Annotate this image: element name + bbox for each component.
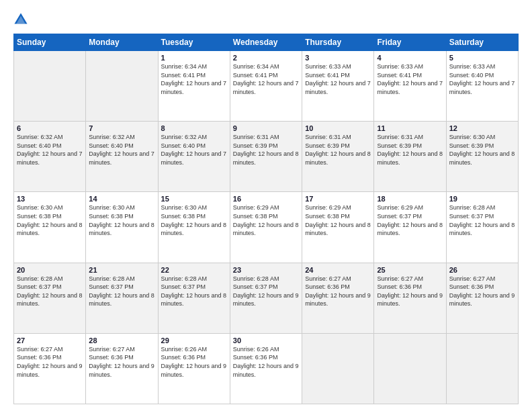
day-info: Sunrise: 6:33 AM Sunset: 6:40 PM Dayligh…	[449, 62, 515, 96]
day-number: 27	[17, 336, 83, 345]
header	[13, 12, 519, 27]
day-info: Sunrise: 6:32 AM Sunset: 6:40 PM Dayligh…	[17, 133, 83, 167]
calendar-day-cell: 13Sunrise: 6:30 AM Sunset: 6:38 PM Dayli…	[14, 192, 86, 263]
calendar-day-cell: 26Sunrise: 6:27 AM Sunset: 6:36 PM Dayli…	[446, 263, 518, 333]
day-number: 3	[305, 54, 371, 62]
calendar-day-cell: 11Sunrise: 6:31 AM Sunset: 6:39 PM Dayli…	[374, 122, 446, 192]
calendar-day-cell: 4Sunrise: 6:33 AM Sunset: 6:41 PM Daylig…	[374, 51, 446, 122]
calendar-day-cell: 2Sunrise: 6:34 AM Sunset: 6:41 PM Daylig…	[230, 51, 302, 122]
calendar-day-cell: 10Sunrise: 6:31 AM Sunset: 6:39 PM Dayli…	[302, 122, 374, 192]
logo-icon	[13, 12, 28, 27]
day-number: 22	[161, 266, 227, 274]
calendar-day-header: Tuesday	[158, 34, 230, 51]
day-number: 11	[377, 124, 443, 132]
calendar-week-row: 6Sunrise: 6:32 AM Sunset: 6:40 PM Daylig…	[14, 122, 519, 192]
calendar-day-cell: 30Sunrise: 6:26 AM Sunset: 6:36 PM Dayli…	[230, 333, 302, 404]
calendar-table: SundayMondayTuesdayWednesdayThursdayFrid…	[13, 34, 519, 404]
calendar-day-cell: 18Sunrise: 6:29 AM Sunset: 6:37 PM Dayli…	[374, 192, 446, 263]
calendar-day-cell: 8Sunrise: 6:32 AM Sunset: 6:40 PM Daylig…	[158, 122, 230, 192]
calendar-day-cell: 17Sunrise: 6:29 AM Sunset: 6:38 PM Dayli…	[302, 192, 374, 263]
day-info: Sunrise: 6:30 AM Sunset: 6:38 PM Dayligh…	[161, 203, 227, 237]
logo	[13, 12, 31, 27]
calendar-week-row: 20Sunrise: 6:28 AM Sunset: 6:37 PM Dayli…	[14, 263, 519, 333]
day-info: Sunrise: 6:28 AM Sunset: 6:37 PM Dayligh…	[449, 203, 515, 237]
calendar-day-cell: 24Sunrise: 6:27 AM Sunset: 6:36 PM Dayli…	[302, 263, 374, 333]
day-number: 7	[89, 124, 154, 132]
day-number: 30	[233, 336, 299, 345]
calendar-day-cell: 16Sunrise: 6:29 AM Sunset: 6:38 PM Dayli…	[230, 192, 302, 263]
day-number: 17	[305, 195, 371, 203]
day-info: Sunrise: 6:28 AM Sunset: 6:37 PM Dayligh…	[17, 275, 83, 308]
day-info: Sunrise: 6:26 AM Sunset: 6:36 PM Dayligh…	[161, 345, 227, 379]
day-number: 21	[89, 266, 154, 274]
calendar-day-cell: 25Sunrise: 6:27 AM Sunset: 6:36 PM Dayli…	[374, 263, 446, 333]
day-info: Sunrise: 6:34 AM Sunset: 6:41 PM Dayligh…	[161, 62, 227, 96]
calendar-day-header: Thursday	[302, 34, 374, 51]
day-info: Sunrise: 6:28 AM Sunset: 6:37 PM Dayligh…	[233, 275, 299, 308]
day-number: 13	[17, 195, 83, 203]
day-number: 15	[161, 195, 227, 203]
day-info: Sunrise: 6:29 AM Sunset: 6:38 PM Dayligh…	[233, 203, 299, 237]
day-number: 1	[161, 54, 227, 62]
calendar-day-cell: 5Sunrise: 6:33 AM Sunset: 6:40 PM Daylig…	[446, 51, 518, 122]
day-number: 16	[233, 195, 299, 203]
calendar-day-cell: 12Sunrise: 6:30 AM Sunset: 6:39 PM Dayli…	[446, 122, 518, 192]
calendar-day-cell: 22Sunrise: 6:28 AM Sunset: 6:37 PM Dayli…	[158, 263, 230, 333]
calendar-day-cell	[446, 333, 518, 404]
calendar-day-cell: 28Sunrise: 6:27 AM Sunset: 6:36 PM Dayli…	[86, 333, 158, 404]
day-info: Sunrise: 6:31 AM Sunset: 6:39 PM Dayligh…	[233, 133, 299, 167]
day-info: Sunrise: 6:28 AM Sunset: 6:37 PM Dayligh…	[161, 275, 227, 308]
day-info: Sunrise: 6:26 AM Sunset: 6:36 PM Dayligh…	[233, 345, 299, 379]
calendar-day-cell: 20Sunrise: 6:28 AM Sunset: 6:37 PM Dayli…	[14, 263, 86, 333]
calendar-day-cell: 7Sunrise: 6:32 AM Sunset: 6:40 PM Daylig…	[86, 122, 158, 192]
calendar-day-cell: 3Sunrise: 6:33 AM Sunset: 6:41 PM Daylig…	[302, 51, 374, 122]
calendar-day-cell	[302, 333, 374, 404]
day-number: 23	[233, 266, 299, 274]
day-info: Sunrise: 6:27 AM Sunset: 6:36 PM Dayligh…	[305, 275, 371, 308]
calendar-day-cell: 27Sunrise: 6:27 AM Sunset: 6:36 PM Dayli…	[14, 333, 86, 404]
day-info: Sunrise: 6:27 AM Sunset: 6:36 PM Dayligh…	[377, 275, 443, 308]
day-info: Sunrise: 6:31 AM Sunset: 6:39 PM Dayligh…	[305, 133, 371, 167]
day-info: Sunrise: 6:33 AM Sunset: 6:41 PM Dayligh…	[377, 62, 443, 96]
calendar-week-row: 27Sunrise: 6:27 AM Sunset: 6:36 PM Dayli…	[14, 333, 519, 404]
calendar-day-cell: 15Sunrise: 6:30 AM Sunset: 6:38 PM Dayli…	[158, 192, 230, 263]
day-number: 14	[89, 195, 154, 203]
day-info: Sunrise: 6:32 AM Sunset: 6:40 PM Dayligh…	[161, 133, 227, 167]
day-number: 10	[305, 124, 371, 132]
day-info: Sunrise: 6:27 AM Sunset: 6:36 PM Dayligh…	[449, 275, 515, 308]
day-number: 8	[161, 124, 227, 132]
day-info: Sunrise: 6:31 AM Sunset: 6:39 PM Dayligh…	[377, 133, 443, 167]
calendar-week-row: 1Sunrise: 6:34 AM Sunset: 6:41 PM Daylig…	[14, 51, 519, 122]
calendar-day-cell: 23Sunrise: 6:28 AM Sunset: 6:37 PM Dayli…	[230, 263, 302, 333]
day-info: Sunrise: 6:29 AM Sunset: 6:37 PM Dayligh…	[377, 203, 443, 237]
calendar-day-cell	[14, 51, 86, 122]
day-number: 4	[377, 54, 443, 62]
calendar-day-header: Sunday	[14, 34, 86, 51]
calendar-day-cell: 1Sunrise: 6:34 AM Sunset: 6:41 PM Daylig…	[158, 51, 230, 122]
page: SundayMondayTuesdayWednesdayThursdayFrid…	[0, 0, 532, 411]
calendar-day-cell	[86, 51, 158, 122]
calendar-day-cell: 9Sunrise: 6:31 AM Sunset: 6:39 PM Daylig…	[230, 122, 302, 192]
day-info: Sunrise: 6:28 AM Sunset: 6:37 PM Dayligh…	[89, 275, 154, 308]
calendar-day-cell: 14Sunrise: 6:30 AM Sunset: 6:38 PM Dayli…	[86, 192, 158, 263]
calendar-day-cell	[374, 333, 446, 404]
calendar-day-cell: 19Sunrise: 6:28 AM Sunset: 6:37 PM Dayli…	[446, 192, 518, 263]
day-number: 26	[449, 266, 515, 274]
day-number: 29	[161, 336, 227, 345]
calendar-day-cell: 29Sunrise: 6:26 AM Sunset: 6:36 PM Dayli…	[158, 333, 230, 404]
day-info: Sunrise: 6:30 AM Sunset: 6:39 PM Dayligh…	[449, 133, 515, 167]
calendar-week-row: 13Sunrise: 6:30 AM Sunset: 6:38 PM Dayli…	[14, 192, 519, 263]
calendar-header-row: SundayMondayTuesdayWednesdayThursdayFrid…	[14, 34, 519, 51]
day-number: 20	[17, 266, 83, 274]
day-info: Sunrise: 6:30 AM Sunset: 6:38 PM Dayligh…	[17, 203, 83, 237]
day-info: Sunrise: 6:27 AM Sunset: 6:36 PM Dayligh…	[89, 345, 154, 379]
day-info: Sunrise: 6:29 AM Sunset: 6:38 PM Dayligh…	[305, 203, 371, 237]
day-info: Sunrise: 6:33 AM Sunset: 6:41 PM Dayligh…	[305, 62, 371, 96]
day-number: 18	[377, 195, 443, 203]
day-info: Sunrise: 6:30 AM Sunset: 6:38 PM Dayligh…	[89, 203, 154, 237]
calendar-day-header: Saturday	[446, 34, 518, 51]
day-number: 25	[377, 266, 443, 274]
day-number: 6	[17, 124, 83, 132]
calendar-day-header: Wednesday	[230, 34, 302, 51]
day-info: Sunrise: 6:34 AM Sunset: 6:41 PM Dayligh…	[233, 62, 299, 96]
